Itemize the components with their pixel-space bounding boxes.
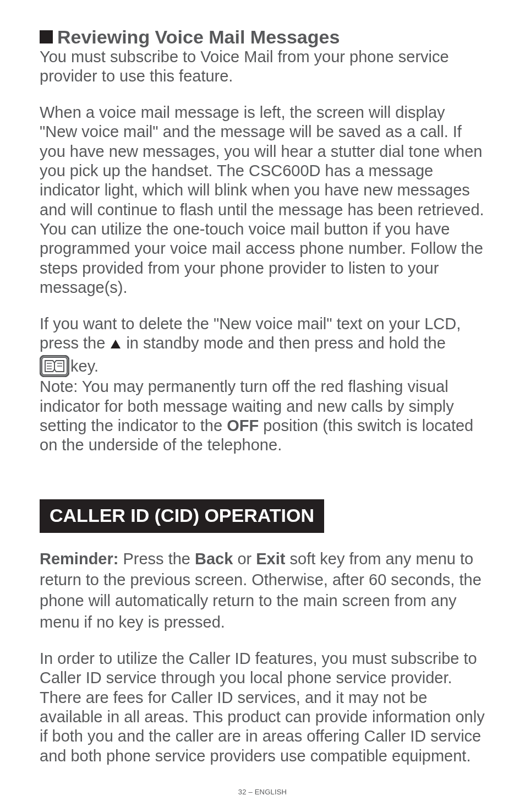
paragraph-callerid-info: In order to utilize the Caller ID featur… xyxy=(40,649,485,766)
section-heading-row: Reviewing Voice Mail Messages xyxy=(40,28,485,46)
paragraph-note-indicator: Note: You may permanently turn off the r… xyxy=(40,377,485,455)
paragraph-subscribe: You must subscribe to Voice Mail from yo… xyxy=(40,47,485,86)
key-label-text: key. xyxy=(70,357,99,376)
section-heading-2: CALLER ID (CID) OPERATION xyxy=(40,499,324,533)
section-bar-wrap: CALLER ID (CID) OPERATION xyxy=(40,477,485,541)
reminder-or: or xyxy=(233,550,256,568)
paragraph-voicemail-behavior: When a voice mail message is left, the s… xyxy=(40,103,485,298)
paragraph-reminder: Reminder: Press the Back or Exit soft ke… xyxy=(40,548,485,633)
key-line: key. xyxy=(40,355,485,377)
reminder-exit: Exit xyxy=(256,550,285,568)
bullet-square-icon xyxy=(40,30,53,43)
section-heading-1: Reviewing Voice Mail Messages xyxy=(57,28,340,46)
paragraph-delete-vm-b: in standby mode and then press and hold … xyxy=(122,334,445,352)
book-key-icon xyxy=(40,355,69,377)
reminder-back: Back xyxy=(195,550,233,568)
up-arrow-icon xyxy=(111,340,121,348)
page-footer: 32 – ENGLISH xyxy=(40,788,485,796)
reminder-b: Press the xyxy=(118,550,195,568)
note-off-bold: OFF xyxy=(227,417,259,434)
paragraph-delete-vm: If you want to delete the "New voice mai… xyxy=(40,314,485,353)
reminder-label: Reminder: xyxy=(40,550,118,568)
